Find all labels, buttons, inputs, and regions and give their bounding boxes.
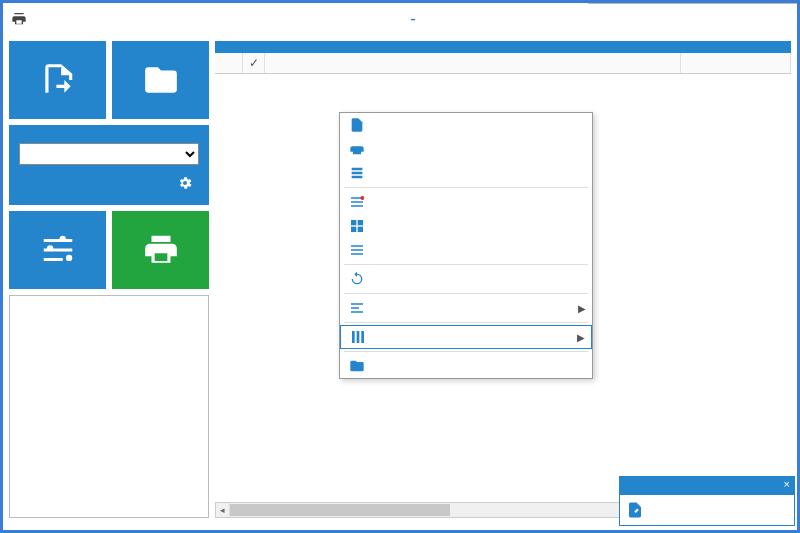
app-title: - <box>29 9 797 30</box>
svg-point-0 <box>360 196 364 200</box>
ctx-reset-status[interactable] <box>340 267 592 291</box>
table-header: ✓ <box>215 53 791 74</box>
ctx-open-folder[interactable] <box>340 354 592 378</box>
printer-select[interactable] <box>19 143 199 165</box>
col-number[interactable] <box>215 53 243 73</box>
docufreezer-icon <box>626 501 644 519</box>
printer-properties-button[interactable] <box>19 175 199 191</box>
list-heading <box>215 41 791 53</box>
columns-submenu <box>588 3 797 4</box>
svg-rect-2 <box>358 220 363 225</box>
featured-header: × <box>620 477 794 495</box>
svg-rect-1 <box>351 220 356 225</box>
ctx-remove-selected[interactable] <box>340 190 592 214</box>
featured-brand[interactable] <box>626 501 788 519</box>
ctx-clear-list[interactable] <box>340 238 592 262</box>
add-folder-tile[interactable] <box>112 41 209 119</box>
svg-rect-6 <box>357 331 360 343</box>
col-date[interactable] <box>681 53 791 73</box>
featured-product-panel: × <box>619 476 795 526</box>
ctx-open[interactable] <box>340 113 592 137</box>
print-tile[interactable] <box>112 211 209 289</box>
svg-rect-5 <box>352 331 355 343</box>
print-icon[interactable] <box>9 9 29 29</box>
close-icon[interactable]: × <box>784 478 790 490</box>
add-files-tile[interactable] <box>9 41 106 119</box>
status-box <box>9 295 209 518</box>
svg-rect-7 <box>361 331 364 343</box>
ctx-item-settings[interactable] <box>340 161 592 185</box>
printer-panel <box>9 125 209 205</box>
gear-icon <box>177 175 193 191</box>
title-bar: - <box>3 3 797 35</box>
ctx-remove-printed[interactable] <box>340 214 592 238</box>
ctx-insert[interactable]: ▶ <box>340 296 592 320</box>
sidebar <box>9 41 209 518</box>
context-menu: ▶ ▶ <box>339 112 593 379</box>
ctx-show-hide-columns[interactable]: ▶ <box>340 325 592 349</box>
col-check[interactable]: ✓ <box>243 53 265 73</box>
svg-rect-3 <box>351 227 356 232</box>
ctx-print[interactable] <box>340 137 592 161</box>
settings-tile[interactable] <box>9 211 106 289</box>
svg-rect-4 <box>358 227 363 232</box>
col-name[interactable] <box>265 53 681 73</box>
